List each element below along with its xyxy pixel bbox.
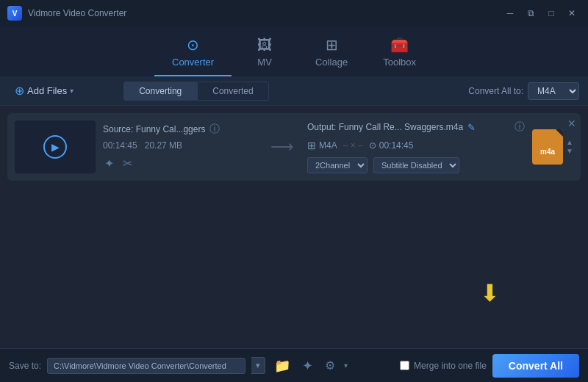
save-path-input[interactable] bbox=[47, 358, 245, 374]
action-icons: ✦ ✂ bbox=[103, 155, 257, 172]
duration-badge: ⊙ 00:14:45 bbox=[369, 140, 414, 151]
format-arrow-up[interactable]: ▲ bbox=[566, 139, 573, 146]
close-button[interactable]: ✕ bbox=[563, 7, 581, 20]
format-badge: ⊞ M4A bbox=[307, 140, 337, 151]
arrow-right-icon: ⟶ bbox=[265, 137, 300, 156]
source-size: 20.27 MB bbox=[145, 140, 182, 151]
file-format-icon: m4a bbox=[532, 129, 563, 165]
converting-tab-button[interactable]: Converting bbox=[123, 82, 197, 101]
merge-label[interactable]: Merge into one file bbox=[414, 361, 487, 371]
source-label: Source: Funny Cal...ggers bbox=[103, 124, 205, 134]
format-arrow-down[interactable]: ▼ bbox=[566, 148, 573, 155]
content-area: ▶ Source: Funny Cal...ggers ⓘ 00:14:45 2… bbox=[0, 106, 588, 348]
window-controls: ─ ⧉ □ ✕ bbox=[501, 7, 581, 20]
gear-dropdown-arrow: ▾ bbox=[344, 361, 348, 370]
output-duration: 00:14:45 bbox=[379, 140, 414, 151]
tab-collage[interactable]: ⊞ Collage bbox=[298, 30, 365, 76]
converter-icon: ⊙ bbox=[187, 36, 199, 54]
content-wrapper: ▶ Source: Funny Cal...ggers ⓘ 00:14:45 2… bbox=[0, 106, 588, 348]
separator: – × – bbox=[343, 140, 363, 151]
format-select[interactable]: M4A MP4 MP3 AAC WAV bbox=[528, 82, 579, 100]
format-arrow: ▲ ▼ bbox=[566, 139, 573, 155]
output-label: Output: Funny Call Re... Swaggers.m4a bbox=[307, 122, 463, 132]
edit-icon[interactable]: ✎ bbox=[467, 122, 476, 133]
mv-icon: 🖼 bbox=[257, 37, 272, 54]
maximize-button[interactable]: □ bbox=[542, 7, 560, 20]
output-row: Output: Funny Call Re... Swaggers.m4a ✎ … bbox=[307, 120, 525, 134]
plus-icon: ⊕ bbox=[15, 84, 24, 98]
title-bar: V Vidmore Video Converter ─ ⧉ □ ✕ bbox=[0, 0, 588, 26]
add-files-button[interactable]: ⊕ Add Files ▾ bbox=[9, 81, 79, 101]
format-ext: m4a bbox=[540, 148, 555, 156]
format-row: ⊞ M4A – × – ⊙ 00:14:45 bbox=[307, 140, 525, 151]
bottom-bar: Save to: ▾ 📁 ✦ ⚙ ▾ Merge into one file C… bbox=[0, 348, 588, 382]
play-icon: ▶ bbox=[43, 135, 67, 159]
convert-all-to: Convert All to: M4A MP4 MP3 AAC WAV bbox=[468, 82, 579, 100]
tab-toolbox-label: Toolbox bbox=[383, 57, 416, 68]
settings-icon-button[interactable]: ✦ bbox=[299, 356, 316, 375]
play-triangle: ▶ bbox=[51, 141, 60, 153]
channel-subtitle-row: 2Channel 1Channel Subtitle Disabled Subt… bbox=[307, 157, 525, 173]
title-text: Vidmore Video Converter bbox=[28, 8, 126, 18]
output-info: Output: Funny Call Re... Swaggers.m4a ✎ … bbox=[307, 120, 525, 173]
tab-converter[interactable]: ⊙ Converter bbox=[154, 30, 232, 76]
merge-checkbox[interactable] bbox=[400, 361, 409, 370]
channel-select[interactable]: 2Channel 1Channel bbox=[307, 157, 368, 173]
convert-all-to-label: Convert All to: bbox=[468, 86, 523, 96]
add-files-label: Add Files bbox=[27, 85, 67, 96]
close-item-button[interactable]: ✕ bbox=[567, 118, 576, 129]
file-thumbnail[interactable]: ▶ bbox=[15, 120, 96, 173]
format-grid-icon: ⊞ bbox=[307, 140, 316, 151]
meta-row: 00:14:45 20.27 MB bbox=[103, 140, 257, 151]
cut-button[interactable]: ✂ bbox=[121, 155, 134, 172]
tab-mv[interactable]: 🖼 MV bbox=[232, 31, 298, 76]
save-to-label: Save to: bbox=[9, 361, 41, 371]
output-format: M4A bbox=[319, 140, 337, 151]
minimize-button[interactable]: ─ bbox=[501, 7, 519, 20]
convert-all-button[interactable]: Convert All bbox=[492, 354, 579, 378]
app-icon: V bbox=[7, 6, 22, 21]
restore-button[interactable]: ⧉ bbox=[522, 7, 539, 20]
tab-switcher: Converting Converted bbox=[123, 82, 268, 101]
output-info-icon[interactable]: ⓘ bbox=[514, 120, 525, 134]
subtitle-select[interactable]: Subtitle Disabled Subtitle Enabled bbox=[373, 157, 459, 173]
gear-icon-button[interactable]: ⚙ bbox=[322, 357, 338, 374]
toolbox-icon: 🧰 bbox=[390, 36, 409, 54]
clock-icon: ⊙ bbox=[369, 140, 376, 151]
merge-checkbox-area: Merge into one file bbox=[400, 361, 487, 371]
nav-tabs: ⊙ Converter 🖼 MV ⊞ Collage 🧰 Toolbox bbox=[0, 26, 588, 76]
tab-converter-label: Converter bbox=[172, 57, 214, 68]
sparkle-button[interactable]: ✦ bbox=[103, 155, 115, 172]
add-files-arrow-icon: ▾ bbox=[70, 87, 74, 95]
format-icon-group: m4a ▲ ▼ bbox=[532, 129, 573, 165]
title-left: V Vidmore Video Converter bbox=[7, 6, 126, 21]
tab-toolbox[interactable]: 🧰 Toolbox bbox=[365, 30, 434, 76]
save-path-dropdown[interactable]: ▾ bbox=[251, 357, 265, 374]
source-row: Source: Funny Cal...ggers ⓘ bbox=[103, 123, 257, 136]
converted-tab-button[interactable]: Converted bbox=[197, 82, 268, 101]
collage-icon: ⊞ bbox=[326, 36, 338, 54]
tab-collage-label: Collage bbox=[315, 57, 348, 68]
source-info-icon[interactable]: ⓘ bbox=[209, 123, 220, 136]
file-item: ▶ Source: Funny Cal...ggers ⓘ 00:14:45 2… bbox=[7, 113, 581, 181]
folder-icon-button[interactable]: 📁 bbox=[271, 356, 293, 375]
source-duration: 00:14:45 bbox=[103, 140, 137, 151]
file-source-info: Source: Funny Cal...ggers ⓘ 00:14:45 20.… bbox=[103, 123, 257, 172]
tab-mv-label: MV bbox=[257, 57, 272, 68]
toolbar: ⊕ Add Files ▾ Converting Converted Conve… bbox=[0, 76, 588, 106]
